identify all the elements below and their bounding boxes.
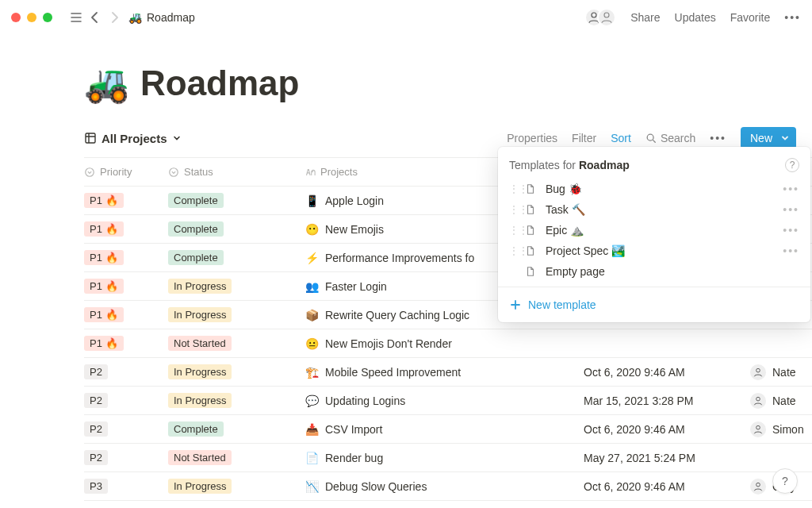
svg-point-9 (756, 483, 760, 487)
hamburger-icon[interactable] (67, 8, 86, 27)
template-item[interactable]: ⋮⋮Epic ⛰️••• (498, 220, 810, 241)
svg-point-6 (756, 368, 760, 372)
share-button[interactable]: Share (630, 11, 660, 24)
cell-status: Not Started (168, 450, 304, 465)
cell-status: In Progress (168, 364, 304, 379)
svg-rect-2 (86, 133, 95, 143)
page-title[interactable]: Roadmap (140, 64, 299, 103)
minimize-window-icon[interactable] (27, 13, 36, 22)
more-icon[interactable]: ••• (783, 224, 799, 237)
back-icon[interactable] (86, 8, 105, 27)
table-row[interactable]: P2Not Started📄Render bugMay 27, 2021 5:2… (84, 444, 812, 472)
table-row[interactable]: P2In Progress🏗️Mobile Speed ImprovementO… (84, 358, 812, 387)
table-row[interactable]: P3In Progress📉Debug Slow QueriesOct 6, 2… (84, 472, 812, 501)
svg-point-5 (170, 167, 178, 176)
col-status[interactable]: Status (168, 166, 304, 178)
project-icon: 📦 (304, 309, 319, 321)
separator (498, 287, 810, 287)
drag-handle-icon[interactable]: ⋮⋮ (509, 183, 517, 194)
priority-badge: P1 🔥 (84, 221, 124, 237)
template-item[interactable]: ⋮⋮Task 🔨••• (498, 199, 810, 220)
cell-status: Complete (168, 221, 304, 237)
cell-status: Not Started (168, 336, 304, 351)
new-button[interactable]: New (741, 127, 796, 149)
cell-project: 😐New Emojis Don't Render (304, 337, 584, 350)
project-icon: 📱 (304, 194, 319, 207)
sort-button[interactable]: Sort (611, 132, 631, 144)
priority-badge: P2 (84, 421, 108, 437)
svg-point-0 (592, 13, 596, 17)
help-fab[interactable]: ? (772, 468, 798, 494)
favorite-button[interactable]: Favorite (730, 11, 771, 24)
updates-button[interactable]: Updates (675, 11, 716, 24)
cell-assignee: Simon (750, 421, 812, 437)
avatar (750, 421, 766, 437)
cell-project: 📉Debug Slow Queries (304, 480, 584, 493)
priority-badge: P2 (84, 450, 108, 465)
more-icon[interactable]: ••• (783, 244, 799, 257)
zoom-window-icon[interactable] (43, 13, 52, 22)
traffic-lights (11, 13, 52, 22)
status-badge: Complete (168, 421, 224, 437)
presence-avatars[interactable] (584, 8, 616, 27)
project-icon: ⚡ (304, 252, 319, 264)
project-name: Performance Improvements fo (325, 252, 474, 264)
breadcrumb[interactable]: 🚜 Roadmap (128, 11, 195, 24)
priority-badge: P1 🔥 (84, 279, 124, 294)
project-name: Rewrite Query Caching Logic (325, 309, 469, 321)
col-priority[interactable]: Priority (84, 166, 168, 178)
more-icon[interactable]: ••• (784, 11, 801, 24)
select-icon (84, 167, 95, 178)
properties-button[interactable]: Properties (507, 132, 557, 144)
search-label: Search (661, 132, 695, 144)
close-window-icon[interactable] (11, 13, 21, 22)
toolbar-more-icon[interactable]: ••• (710, 132, 726, 144)
table-row[interactable]: P1 🔥Not Started😐New Emojis Don't Render (84, 329, 812, 358)
new-template-button[interactable]: New template (498, 292, 810, 318)
cell-date: Oct 6, 2020 9:46 AM (584, 423, 750, 436)
search-button[interactable]: Search (645, 132, 695, 144)
avatar[interactable] (597, 8, 616, 27)
filter-button[interactable]: Filter (572, 132, 596, 144)
database-toolbar: All Projects Properties Filter Sort Sear… (84, 127, 812, 149)
project-icon: 😶 (304, 223, 319, 236)
view-switcher[interactable]: All Projects (84, 132, 182, 145)
project-name: Faster Login (325, 280, 387, 293)
cell-priority: P2 (84, 450, 168, 465)
status-badge: In Progress (168, 364, 232, 379)
project-icon: 💬 (304, 394, 319, 407)
template-item[interactable]: ⋮⋮Project Spec 🏞️••• (498, 241, 810, 261)
template-item[interactable]: ⋮⋮Bug 🐞••• (498, 179, 810, 199)
drag-handle-icon[interactable]: ⋮⋮ (509, 245, 517, 256)
cell-priority: P3 (84, 479, 168, 494)
cell-priority: P1 🔥 (84, 221, 168, 237)
project-icon: 📥 (304, 423, 319, 436)
table-row[interactable]: P2In Progress💬Updating LoginsMar 15, 202… (84, 387, 812, 415)
help-icon[interactable]: ? (785, 158, 799, 172)
template-label: Bug 🐞 (546, 183, 582, 195)
chevron-down-icon[interactable] (780, 133, 790, 143)
project-name: New Emojis Don't Render (325, 337, 452, 350)
template-item[interactable]: Empty page (498, 261, 810, 282)
table-row[interactable]: P2Complete📥CSV ImportOct 6, 2020 9:46 AM… (84, 415, 812, 444)
drag-handle-icon[interactable]: ⋮⋮ (509, 225, 517, 236)
project-icon: 😐 (304, 337, 319, 350)
window-chrome: 🚜 Roadmap Share Updates Favorite ••• (0, 0, 812, 35)
cell-status: Complete (168, 250, 304, 265)
svg-point-8 (756, 425, 760, 429)
avatar (750, 364, 766, 380)
avatar (750, 479, 766, 495)
priority-badge: P3 (84, 479, 108, 494)
page-emoji[interactable]: 🚜 (84, 62, 129, 105)
cell-priority: P2 (84, 364, 168, 379)
more-icon[interactable]: ••• (783, 183, 799, 195)
breadcrumb-title: Roadmap (147, 11, 195, 24)
forward-icon[interactable] (105, 8, 124, 27)
drag-handle-icon[interactable]: ⋮⋮ (509, 204, 517, 215)
cell-status: Complete (168, 193, 304, 208)
popover-title: Templates for Roadmap ? (498, 155, 810, 179)
svg-point-7 (756, 397, 760, 401)
status-badge: Complete (168, 193, 224, 208)
new-button-label: New (750, 132, 772, 144)
more-icon[interactable]: ••• (783, 203, 799, 216)
